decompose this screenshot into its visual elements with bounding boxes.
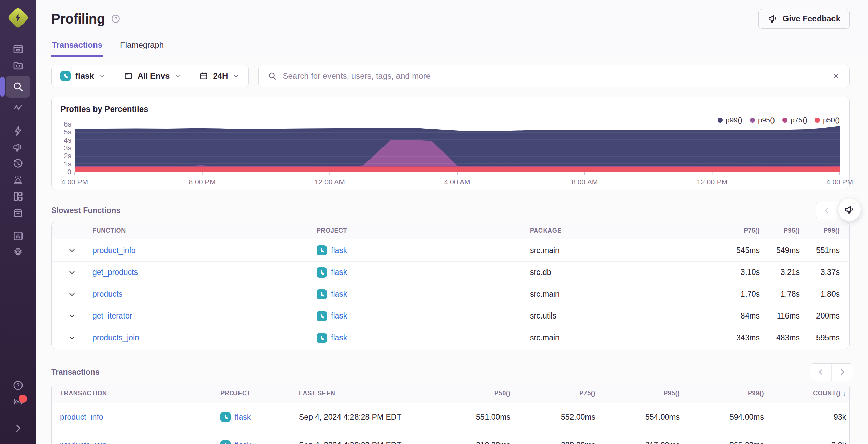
- slowest-functions-title: Slowest Functions: [51, 206, 120, 215]
- percentiles-area-chart[interactable]: [75, 124, 840, 172]
- column-p95: P95(): [760, 227, 800, 234]
- search-input[interactable]: [283, 71, 826, 81]
- count-value: 93k: [764, 413, 850, 422]
- package-cell: src.main: [530, 246, 709, 255]
- projects-icon[interactable]: [6, 57, 30, 74]
- search-icon: [267, 71, 277, 81]
- package-cell: src.main: [530, 333, 709, 342]
- sentry-logo[interactable]: [7, 7, 29, 29]
- project-link[interactable]: flask: [235, 413, 251, 422]
- p99-value: 1.80s: [800, 290, 850, 299]
- function-link[interactable]: product_info: [92, 246, 136, 255]
- siren-icon[interactable]: [6, 172, 30, 188]
- p75-value: 552.00ms: [510, 413, 595, 422]
- stats-icon[interactable]: [6, 228, 30, 244]
- help-icon[interactable]: ?: [6, 377, 30, 394]
- p99-value: 200ms: [800, 311, 850, 321]
- tab-flamegraph[interactable]: Flamegraph: [119, 40, 164, 57]
- project-link[interactable]: flask: [331, 268, 347, 277]
- dashboards-icon[interactable]: [6, 188, 30, 205]
- p99-value: 965.20ms: [680, 441, 764, 444]
- chevron-down-icon: [174, 73, 181, 79]
- broadcast-icon[interactable]: [6, 394, 30, 410]
- legend-item[interactable]: p95(): [750, 116, 775, 124]
- next-page-button[interactable]: [831, 364, 853, 381]
- legend-item[interactable]: p50(): [815, 116, 840, 124]
- function-link[interactable]: products: [92, 290, 122, 298]
- expand-row-chevron-icon[interactable]: [68, 290, 76, 299]
- y-axis-label: 5s: [64, 128, 71, 136]
- transaction-link[interactable]: product_info: [60, 413, 103, 421]
- project-filter[interactable]: flask: [52, 65, 115, 87]
- title-help-icon[interactable]: ?: [111, 14, 121, 24]
- function-link[interactable]: get_products: [92, 268, 138, 277]
- table-row: product_infoflaskSep 4, 2024 4:28:28 PM …: [52, 403, 849, 431]
- legend-label: p75(): [791, 116, 807, 124]
- column-project: PROJECT: [220, 390, 299, 397]
- project-filter-label: flask: [75, 71, 94, 81]
- sidebar: ?: [0, 0, 36, 444]
- table-row: get_iteratorflasksrc.utils84ms116ms200ms: [52, 305, 849, 327]
- expand-row-chevron-icon[interactable]: [68, 246, 76, 255]
- legend-dot: [815, 118, 820, 123]
- legend-item[interactable]: p99(): [718, 116, 742, 124]
- tab-transactions[interactable]: Transactions: [51, 40, 103, 57]
- function-link[interactable]: get_iterator: [92, 311, 132, 320]
- environment-filter[interactable]: All Envs: [115, 65, 190, 87]
- column-count[interactable]: COUNT() ↓: [764, 389, 850, 397]
- project-link[interactable]: flask: [235, 441, 251, 444]
- project-link[interactable]: flask: [331, 311, 347, 321]
- transactions-header-row: Transactions: [51, 363, 850, 381]
- legend-label: p95(): [758, 116, 775, 124]
- date-range-filter[interactable]: 24H: [190, 65, 248, 87]
- x-axis-labels: 4:00 PM8:00 PM12:00 AM4:00 AM8:00 AM12:0…: [75, 178, 840, 188]
- lightning-icon[interactable]: [6, 123, 30, 139]
- legend-item[interactable]: p75(): [782, 116, 807, 124]
- project-link[interactable]: flask: [331, 246, 347, 255]
- last-seen-cell: Sep 4, 2024 4:28:28 PM EDT: [299, 413, 425, 422]
- releases-icon[interactable]: [6, 205, 30, 221]
- p75-value: 84ms: [709, 311, 760, 321]
- p50-value: 551.00ms: [425, 413, 510, 422]
- traces-icon[interactable]: [6, 100, 30, 116]
- p95-value: 116ms: [760, 311, 800, 321]
- history-icon[interactable]: [6, 156, 30, 172]
- tab-bar: Transactions Flamegraph: [51, 40, 164, 57]
- project-link[interactable]: flask: [331, 333, 347, 342]
- x-axis-label: 12:00 PM: [697, 178, 727, 186]
- megaphone-icon[interactable]: [6, 139, 30, 156]
- column-p99: P99(): [680, 390, 764, 397]
- expand-row-chevron-icon[interactable]: [68, 312, 76, 321]
- expand-row-chevron-icon[interactable]: [68, 334, 76, 342]
- transaction-link[interactable]: products_join: [60, 441, 107, 444]
- table-row: products_joinflaskSep 4, 2024 4:30:20 PM…: [52, 431, 849, 444]
- column-package: PACKAGE: [530, 227, 709, 234]
- megaphone-icon: [768, 14, 778, 24]
- function-link[interactable]: products_join: [92, 333, 139, 342]
- floating-feedback-button[interactable]: [838, 198, 861, 221]
- table-row: get_productsflasksrc.db3.10s3.21s3.37s: [52, 261, 849, 283]
- issues-icon[interactable]: [6, 41, 30, 57]
- chevron-down-icon: [99, 73, 106, 79]
- legend-label: p50(): [823, 116, 840, 124]
- active-nav-indicator: [0, 77, 5, 97]
- previous-page-button[interactable]: [816, 202, 838, 219]
- search-icon[interactable]: [6, 76, 30, 98]
- table-row: products_joinflasksrc.main343ms483ms595m…: [52, 327, 849, 349]
- slowest-functions-table: FUNCTION PROJECT PACKAGE P75() P95() P99…: [51, 222, 850, 349]
- previous-page-button[interactable]: [810, 364, 831, 381]
- expand-row-chevron-icon[interactable]: [68, 268, 76, 277]
- y-axis-labels: 01s2s3s4s5s6s: [54, 124, 71, 172]
- p99-value: 594.00ms: [680, 413, 764, 422]
- flask-project-icon: [317, 311, 327, 321]
- megaphone-icon: [844, 204, 855, 215]
- legend-dot: [782, 118, 787, 123]
- give-feedback-button[interactable]: Give Feedback: [758, 9, 850, 29]
- settings-icon[interactable]: [6, 244, 30, 261]
- x-axis-label: 8:00 PM: [189, 178, 216, 186]
- clear-search-icon[interactable]: [831, 72, 840, 80]
- project-link[interactable]: flask: [331, 290, 347, 299]
- expand-sidebar-icon[interactable]: [6, 420, 30, 436]
- y-axis-label: 1s: [64, 160, 71, 168]
- y-axis-label: 2s: [64, 152, 71, 160]
